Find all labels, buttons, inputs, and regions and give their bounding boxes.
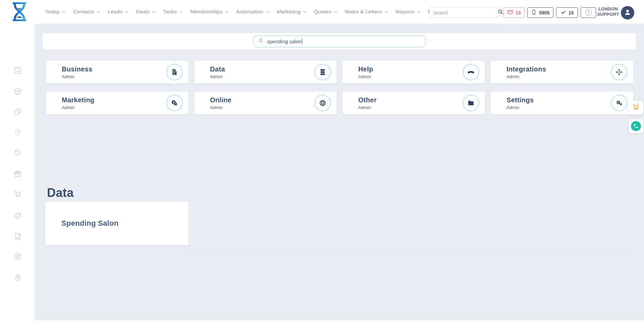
avatar[interactable]: [621, 6, 634, 19]
result-item-spending-salon[interactable]: Spending Salon: [45, 202, 189, 245]
app-root: Today Contacts Leads Deals Tasks Members…: [0, 0, 644, 325]
top-bar: Today Contacts Leads Deals Tasks Members…: [0, 0, 644, 23]
chevron-down-icon: [266, 11, 269, 13]
card-title: Business: [62, 65, 92, 73]
sidebar-icon-copy[interactable]: [13, 107, 22, 116]
card-subtitle: Admin: [62, 74, 92, 79]
card-other[interactable]: Other Admin: [342, 92, 485, 114]
nav-label: Deals: [136, 9, 150, 15]
card-text: Marketing Admin: [46, 96, 94, 110]
card-subtitle: Admin: [62, 105, 94, 110]
card-title: Other: [358, 96, 377, 104]
card-text: Settings Admin: [491, 96, 534, 110]
card-subtitle: Admin: [210, 74, 225, 79]
chevron-down-icon: [152, 11, 156, 13]
card-text: Help Admin: [342, 65, 373, 79]
search-icon: [497, 9, 504, 16]
chevron-down-icon: [97, 11, 100, 13]
card-title: Integrations: [506, 65, 546, 73]
sidebar-icon-price-tag[interactable]: $: [13, 212, 22, 221]
sidebar-icon-calendar[interactable]: 12: [13, 66, 22, 75]
chevron-down-icon: [179, 11, 183, 13]
card-text: Data Admin: [194, 65, 225, 79]
nav-item-memberships[interactable]: Memberships: [190, 9, 228, 15]
card-title: Settings: [506, 96, 534, 104]
envelope-icon: [507, 9, 513, 16]
phone-count: 5905: [539, 10, 549, 15]
floating-cart-button[interactable]: [629, 101, 643, 115]
smartphone-icon: [531, 9, 537, 16]
sidebar-icon-gift[interactable]: [13, 169, 22, 178]
card-subtitle: Admin: [210, 105, 231, 110]
text-cursor: [302, 39, 303, 44]
cart-icon: [632, 103, 640, 112]
sidebar-icon-report-document[interactable]: [13, 232, 22, 241]
phone-badge-button[interactable]: 5905: [527, 7, 553, 18]
check-icon: [560, 9, 566, 16]
chevron-down-icon: [334, 11, 337, 13]
profile-name-line1: LONDON: [598, 6, 618, 12]
mail-badge-button[interactable]: 13: [503, 7, 525, 18]
nav-item-quotes[interactable]: Quotes: [314, 9, 337, 15]
nav-item-tasks[interactable]: Tasks: [163, 9, 183, 15]
gears-icon: [611, 95, 627, 111]
card-title: Data: [210, 65, 225, 73]
tasks-badge-button[interactable]: 15: [556, 7, 578, 18]
whatsapp-phone-icon: [631, 121, 641, 131]
card-subtitle: Admin: [358, 105, 377, 110]
module-cards-grid: Business Admin Data Admin Help: [46, 61, 633, 114]
chevron-down-icon: [225, 11, 229, 13]
chat-dollar-icon: $: [166, 95, 182, 111]
floating-whatsapp-button[interactable]: [629, 119, 643, 133]
sidebar-icon-cart[interactable]: [13, 189, 22, 198]
card-text: Business Admin: [46, 65, 92, 79]
card-text: Integrations Admin: [491, 65, 546, 79]
search-submit-button[interactable]: [497, 8, 504, 17]
sidebar-icon-history[interactable]: [13, 148, 22, 157]
card-data[interactable]: Data Admin: [194, 61, 337, 84]
card-text: Online Admin: [194, 96, 231, 110]
nav-label: Quotes: [314, 9, 331, 15]
nav-item-notes-letters[interactable]: Notes & Letters: [345, 9, 388, 15]
nav-item-leads[interactable]: Leads: [108, 9, 128, 15]
nav-label: Notes & Letters: [345, 9, 382, 15]
sidebar-icon-lock[interactable]: [13, 273, 22, 282]
card-subtitle: Admin: [358, 74, 373, 79]
help-button[interactable]: ?: [581, 7, 596, 18]
global-search-input[interactable]: [430, 10, 497, 15]
database-icon: [315, 64, 331, 80]
card-settings[interactable]: Settings Admin: [491, 92, 633, 114]
card-marketing[interactable]: Marketing Admin $: [46, 92, 189, 114]
nav-item-reports[interactable]: Reports: [395, 9, 420, 15]
card-online[interactable]: Online Admin: [194, 92, 337, 114]
nav-label: Leads: [108, 9, 122, 15]
sidebar-icon-bag-refresh[interactable]: [13, 127, 22, 136]
folder-icon: [463, 95, 479, 111]
nav-label: Tasks: [163, 9, 177, 15]
move-arrows-icon: [611, 64, 627, 80]
card-business[interactable]: Business Admin: [46, 61, 189, 84]
nav-label: Marketing: [277, 9, 301, 15]
card-title: Help: [358, 65, 373, 73]
nav-item-automation[interactable]: Automation: [236, 9, 269, 15]
card-title: Online: [210, 96, 231, 104]
result-label: Spending Salon: [45, 219, 118, 228]
module-search-input[interactable]: spending salon: [253, 36, 426, 47]
sidebar-icon-cube[interactable]: [13, 87, 22, 96]
app-logo-hourglass-icon[interactable]: [12, 2, 27, 22]
chevron-down-icon: [417, 11, 420, 13]
module-search-bar: spending salon: [43, 33, 636, 50]
card-help[interactable]: Help Admin: [342, 61, 485, 84]
tasks-count: 15: [569, 10, 574, 15]
nav-item-marketing[interactable]: Marketing: [277, 9, 307, 15]
profile-name: LONDON SUPPORT: [596, 0, 620, 23]
nav-item-deals[interactable]: Deals: [136, 9, 156, 15]
card-integrations[interactable]: Integrations Admin: [491, 61, 633, 84]
nav-label: Reports: [395, 9, 414, 15]
nav-item-contacts[interactable]: Contacts: [73, 9, 101, 15]
card-subtitle: Admin: [506, 74, 546, 79]
card-subtitle: Admin: [506, 105, 534, 110]
sidebar-icon-person-sync[interactable]: [13, 252, 22, 261]
nav-item-today[interactable]: Today: [45, 9, 66, 15]
building-icon: [166, 64, 182, 80]
